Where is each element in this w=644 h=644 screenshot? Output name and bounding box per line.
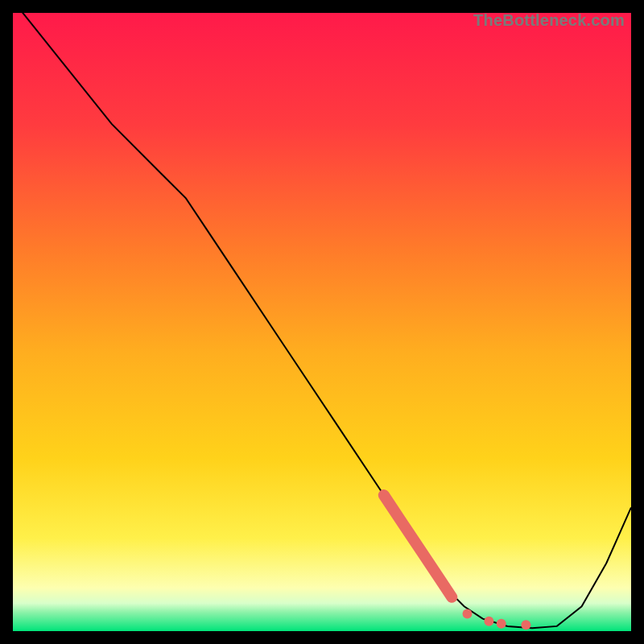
bottleneck-chart <box>13 13 631 631</box>
chart-frame: TheBottleneck.com <box>13 13 631 631</box>
valley-dot <box>497 619 506 629</box>
valley-dot <box>484 617 493 626</box>
valley-dot <box>463 609 473 619</box>
valley-dot <box>521 620 530 630</box>
watermark-text: TheBottleneck.com <box>473 11 625 30</box>
gradient-background <box>13 13 631 631</box>
